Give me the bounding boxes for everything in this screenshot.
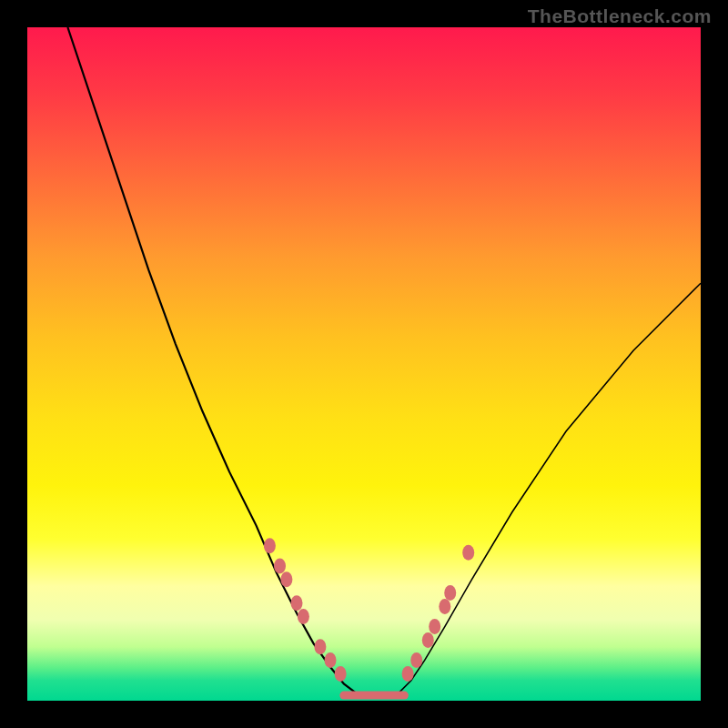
- data-points: [264, 538, 474, 682]
- data-point: [439, 599, 450, 614]
- chart-frame: TheBottleneck.com: [0, 0, 728, 728]
- data-point: [402, 666, 414, 682]
- right-curve: [398, 283, 701, 693]
- data-point: [422, 632, 434, 648]
- data-point: [335, 666, 347, 682]
- data-point: [429, 619, 440, 634]
- watermark-label: TheBottleneck.com: [528, 5, 712, 27]
- data-point: [298, 609, 309, 624]
- data-point: [410, 652, 422, 668]
- data-point: [291, 595, 303, 611]
- data-point: [314, 639, 326, 654]
- chart-svg: [27, 27, 701, 701]
- data-point: [462, 545, 474, 561]
- data-point: [274, 559, 286, 574]
- data-point: [280, 571, 292, 587]
- data-point: [264, 538, 276, 553]
- left-curve: [67, 27, 357, 694]
- plot-area: [27, 27, 701, 701]
- data-point: [325, 652, 337, 668]
- data-point: [444, 585, 456, 601]
